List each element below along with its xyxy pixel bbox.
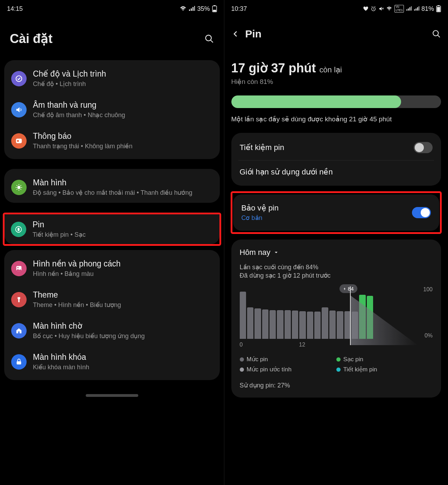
svg-point-7 (17, 140, 19, 142)
row-battery-protect[interactable]: Bảo vệ pin Cơ bản (233, 197, 440, 229)
svg-point-8 (18, 186, 20, 188)
chart-bar (254, 308, 261, 339)
highlight-box: Bảo vệ pin Cơ bản (231, 191, 442, 234)
back-button[interactable] (231, 30, 245, 38)
search-button[interactable] (427, 29, 441, 38)
wifi-icon (386, 6, 392, 11)
status-battery-pct: 81% (421, 5, 434, 13)
mode-icon (11, 71, 27, 86)
sound-icon (11, 102, 27, 117)
chart-bar (292, 311, 298, 339)
status-battery-pct: 35% (197, 5, 210, 13)
battery-progress-bar (231, 95, 441, 108)
usage-chart-card: Hôm nay Lần sạc cuối cùng đến 84% Đã dừn… (231, 240, 441, 398)
svg-rect-1 (214, 5, 216, 6)
row-bg-limit[interactable]: Giới hạn sử dụng dưới nền (231, 161, 441, 184)
period-label: Hôm nay (240, 248, 271, 257)
chart-bar (314, 312, 321, 339)
settings-item-label: Âm thanh và rung (33, 100, 213, 110)
signal-icon (189, 6, 195, 12)
status-time: 10:37 (231, 5, 247, 13)
signal-icon (414, 6, 419, 11)
svg-line-14 (21, 189, 21, 190)
svg-point-3 (205, 35, 211, 41)
wifi-icon (180, 6, 187, 12)
settings-item-sub: Theme • Hình nền • Biểu tượng (33, 301, 213, 309)
lastcharge-line2: Đã dừng sạc 1 giờ 12 phút trước (240, 272, 433, 279)
signal-icon (406, 6, 412, 11)
settings-item-sub: Chế độ • Lịch trình (33, 80, 213, 88)
legend-dot (336, 357, 341, 362)
settings-item-label: Chế độ và Lịch trình (33, 69, 213, 79)
status-bar: 10:37 VoLTE1 81% (224, 0, 448, 17)
wallpaper-icon (11, 261, 27, 276)
usage-percent: Sử dụng pin: 27% (240, 381, 433, 389)
volte-icon: VoLTE1 (394, 5, 404, 13)
row-power-saving[interactable]: Tiết kiệm pin (231, 135, 441, 160)
battery-protect-toggle[interactable] (412, 207, 431, 218)
battery-chart: 84 0 12 100 0% (240, 286, 433, 349)
row-label: Giới hạn sử dụng dưới nền (240, 167, 433, 177)
svg-line-15 (17, 189, 18, 190)
settings-item-label: Màn hình khóa (33, 352, 213, 362)
y-axis: 100 0% (418, 286, 433, 339)
legend-label: Tiết kiệm pin (343, 366, 377, 373)
settings-card: Tiết kiệm pin Giới hạn sử dụng dưới nền (231, 133, 441, 186)
settings-group: Màn hình Độ sáng • Bảo vệ cho mắt thoải … (4, 169, 220, 203)
legend-dot (240, 368, 244, 372)
settings-group: Chế độ và Lịch trình Chế độ • Lịch trình… (4, 60, 220, 159)
power-saving-toggle[interactable] (414, 142, 433, 153)
time-remaining-suffix: còn lại (320, 65, 342, 74)
settings-item-mode[interactable]: Chế độ và Lịch trình Chế độ • Lịch trình (4, 63, 220, 94)
lastcharge-line1: Lần sạc cuối cùng đến 84% (240, 263, 433, 271)
settings-item-sound[interactable]: Âm thanh và rung Chế độ âm thanh • Nhạc … (4, 94, 220, 125)
settings-item-sub: Chế độ âm thanh • Nhạc chuông (33, 111, 213, 119)
settings-item-sub: Thanh trạng thái • Không làm phiền (33, 142, 213, 150)
notification-icon (11, 133, 27, 149)
x-tick: 0 (240, 342, 299, 348)
chevron-down-icon (273, 250, 279, 255)
settings-item-theme[interactable]: Theme Theme • Hình nền • Biểu tượng (4, 284, 220, 315)
fullcharge-estimate: Một lần sạc đầy sẽ dùng được khoảng 21 g… (231, 115, 441, 123)
settings-item-sub: Độ sáng • Bảo vệ cho mắt thoải mái • Tha… (33, 189, 213, 197)
search-icon (204, 34, 214, 44)
x-tick: 12 (299, 342, 358, 348)
settings-item-lockscreen[interactable]: Màn hình khóa Kiểu khóa màn hình (4, 346, 220, 377)
mute-icon (378, 6, 384, 12)
battery-settings-icon (11, 222, 26, 237)
svg-rect-27 (437, 7, 440, 12)
svg-rect-18 (18, 228, 19, 230)
battery-screen: 10:37 VoLTE1 81% Pin 17 giờ 37 phút còn … (224, 0, 448, 485)
settings-item-sub: Kiểu khóa màn hình (33, 363, 213, 371)
settings-item-homescreen[interactable]: Màn hình chờ Bố cục • Huy hiệu biểu tượn… (4, 315, 220, 346)
y-tick: 100 (423, 286, 433, 293)
legend-label: Mức pin (247, 356, 268, 363)
row-label: Tiết kiệm pin (240, 143, 414, 152)
chart-legend: Mức pin Sạc pin Mức pin ước tính Tiết ki… (240, 356, 433, 373)
settings-item-label: Hình nền và phong cách (33, 259, 213, 269)
settings-item-label: Pin (33, 220, 213, 229)
alarm-icon (371, 6, 376, 12)
svg-line-16 (21, 185, 21, 186)
settings-item-battery[interactable]: Pin Tiết kiệm pin • Sạc (5, 214, 219, 244)
chart-bar (337, 311, 343, 339)
svg-rect-21 (17, 361, 21, 364)
app-bar: Cài đặt (0, 17, 224, 60)
settings-item-display[interactable]: Màn hình Độ sáng • Bảo vệ cho mắt thoải … (4, 172, 220, 203)
chart-bar (307, 312, 313, 339)
settings-item-sub: Hình nền • Bảng màu (33, 270, 213, 278)
settings-item-label: Theme (33, 290, 213, 300)
row-label: Bảo vệ pin (241, 204, 412, 213)
settings-item-label: Màn hình chờ (33, 321, 213, 331)
time-remaining: 17 giờ 37 phút còn lại (231, 61, 441, 76)
lock-icon (11, 354, 27, 370)
search-button[interactable] (200, 34, 214, 44)
period-dropdown[interactable]: Hôm nay (240, 248, 433, 257)
settings-screen: 14:15 35% Cài đặt Chế độ và Lịch t (0, 0, 224, 485)
settings-item-wallpaper[interactable]: Hình nền và phong cách Hình nền • Bảng m… (4, 253, 220, 284)
chart-bar (285, 310, 291, 339)
settings-item-notifications[interactable]: Thông báo Thanh trạng thái • Không làm p… (4, 125, 220, 156)
legend-dot (336, 368, 341, 372)
chart-bar (299, 311, 306, 339)
home-icon (11, 323, 27, 338)
